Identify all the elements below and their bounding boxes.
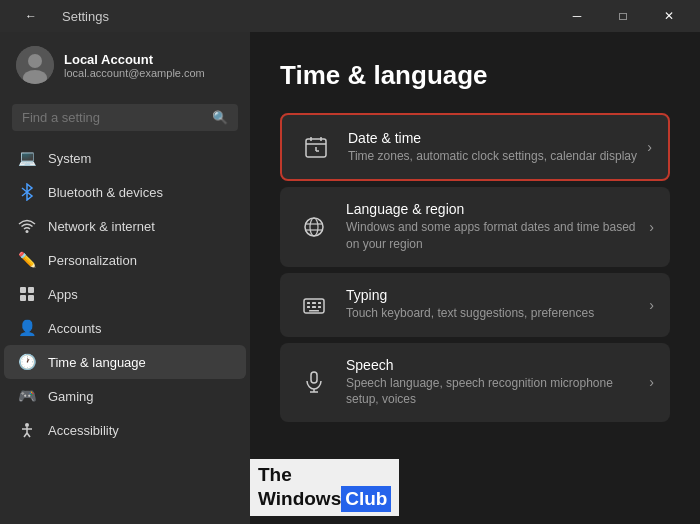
sidebar-item-label: Accounts bbox=[48, 321, 101, 336]
sidebar-item-label: System bbox=[48, 151, 91, 166]
sidebar-item-label: Apps bbox=[48, 287, 78, 302]
watermark-club: Club bbox=[341, 486, 391, 512]
svg-rect-27 bbox=[312, 302, 316, 304]
sidebar-item-accessibility[interactable]: Accessibility bbox=[4, 413, 246, 447]
gaming-icon: 🎮 bbox=[18, 387, 36, 405]
nav-list: 💻 System Bluetooth & devices bbox=[0, 141, 250, 524]
svg-rect-31 bbox=[318, 306, 321, 308]
avatar bbox=[16, 46, 54, 84]
sidebar-item-label: Gaming bbox=[48, 389, 94, 404]
typing-title: Typing bbox=[346, 287, 639, 303]
language-region-icon bbox=[296, 209, 332, 245]
svg-point-21 bbox=[305, 218, 323, 236]
sidebar-item-system[interactable]: 💻 System bbox=[4, 141, 246, 175]
svg-rect-9 bbox=[28, 295, 34, 301]
date-time-card[interactable]: Date & time Time zones, automatic clock … bbox=[280, 113, 670, 181]
typing-card[interactable]: Typing Touch keyboard, text suggestions,… bbox=[280, 273, 670, 337]
speech-card[interactable]: Speech Speech language, speech recogniti… bbox=[280, 343, 670, 423]
sidebar-item-accounts[interactable]: 👤 Accounts bbox=[4, 311, 246, 345]
watermark: The WindowsClub bbox=[250, 459, 399, 517]
accessibility-icon bbox=[18, 421, 36, 439]
typing-icon bbox=[296, 287, 332, 323]
date-time-desc: Time zones, automatic clock settings, ca… bbox=[348, 148, 637, 165]
date-time-text: Date & time Time zones, automatic clock … bbox=[348, 130, 637, 165]
title-bar: ← Settings ─ □ ✕ bbox=[0, 0, 700, 32]
user-email: local.account@example.com bbox=[64, 67, 205, 79]
speech-icon bbox=[296, 364, 332, 400]
speech-desc: Speech language, speech recognition micr… bbox=[346, 375, 639, 409]
svg-rect-29 bbox=[307, 306, 310, 308]
date-time-chevron: › bbox=[647, 139, 652, 155]
svg-line-14 bbox=[27, 433, 30, 437]
time-language-icon: 🕐 bbox=[18, 353, 36, 371]
svg-rect-28 bbox=[318, 302, 321, 304]
search-box[interactable]: 🔍 bbox=[12, 104, 238, 131]
svg-point-22 bbox=[310, 218, 318, 236]
svg-rect-26 bbox=[307, 302, 310, 304]
typing-text: Typing Touch keyboard, text suggestions,… bbox=[346, 287, 639, 322]
svg-rect-30 bbox=[312, 306, 316, 308]
watermark-text: Windows bbox=[258, 487, 341, 511]
watermark-line1: The bbox=[258, 463, 391, 487]
language-region-title: Language & region bbox=[346, 201, 639, 217]
typing-chevron: › bbox=[649, 297, 654, 313]
user-profile[interactable]: Local Account local.account@example.com bbox=[0, 32, 250, 98]
sidebar-item-label: Bluetooth & devices bbox=[48, 185, 163, 200]
system-icon: 💻 bbox=[18, 149, 36, 167]
svg-rect-7 bbox=[28, 287, 34, 293]
back-button[interactable]: ← bbox=[8, 0, 54, 32]
bluetooth-icon bbox=[18, 183, 36, 201]
sidebar-item-label: Network & internet bbox=[48, 219, 155, 234]
language-region-text: Language & region Windows and some apps … bbox=[346, 201, 639, 253]
svg-rect-6 bbox=[20, 287, 26, 293]
app-body: Local Account local.account@example.com … bbox=[0, 32, 700, 524]
close-button[interactable]: ✕ bbox=[646, 0, 692, 32]
title-bar-left: ← Settings bbox=[8, 0, 109, 32]
date-time-icon bbox=[298, 129, 334, 165]
network-icon bbox=[18, 217, 36, 235]
sidebar-item-label: Time & language bbox=[48, 355, 146, 370]
sidebar-item-label: Personalization bbox=[48, 253, 137, 268]
user-name: Local Account bbox=[64, 52, 205, 67]
sidebar-item-apps[interactable]: Apps bbox=[4, 277, 246, 311]
personalization-icon: ✏️ bbox=[18, 251, 36, 269]
language-region-chevron: › bbox=[649, 219, 654, 235]
page-title: Time & language bbox=[280, 60, 670, 91]
speech-text: Speech Speech language, speech recogniti… bbox=[346, 357, 639, 409]
date-time-title: Date & time bbox=[348, 130, 637, 146]
language-region-card[interactable]: Language & region Windows and some apps … bbox=[280, 187, 670, 267]
title-bar-controls: ─ □ ✕ bbox=[554, 0, 692, 32]
svg-point-1 bbox=[28, 54, 42, 68]
language-region-desc: Windows and some apps format dates and t… bbox=[346, 219, 639, 253]
apps-icon bbox=[18, 285, 36, 303]
sidebar-item-bluetooth[interactable]: Bluetooth & devices bbox=[4, 175, 246, 209]
window-title: Settings bbox=[62, 9, 109, 24]
maximize-button[interactable]: □ bbox=[600, 0, 646, 32]
search-icon: 🔍 bbox=[212, 110, 228, 125]
sidebar-item-gaming[interactable]: 🎮 Gaming bbox=[4, 379, 246, 413]
svg-rect-33 bbox=[311, 372, 317, 383]
speech-title: Speech bbox=[346, 357, 639, 373]
accounts-icon: 👤 bbox=[18, 319, 36, 337]
typing-desc: Touch keyboard, text suggestions, prefer… bbox=[346, 305, 639, 322]
sidebar-item-network[interactable]: Network & internet bbox=[4, 209, 246, 243]
main-panel: Time & language Date & time Time zones, … bbox=[250, 32, 700, 524]
sidebar-item-time-language[interactable]: 🕐 Time & language ← bbox=[4, 345, 246, 379]
svg-rect-8 bbox=[20, 295, 26, 301]
speech-chevron: › bbox=[649, 374, 654, 390]
sidebar: Local Account local.account@example.com … bbox=[0, 32, 250, 524]
watermark-line2: WindowsClub bbox=[258, 486, 391, 512]
minimize-button[interactable]: ─ bbox=[554, 0, 600, 32]
svg-point-10 bbox=[25, 423, 29, 427]
search-input[interactable] bbox=[22, 110, 204, 125]
sidebar-item-label: Accessibility bbox=[48, 423, 119, 438]
svg-point-5 bbox=[26, 230, 29, 233]
user-info: Local Account local.account@example.com bbox=[64, 52, 205, 79]
svg-rect-32 bbox=[309, 310, 319, 312]
sidebar-item-personalization[interactable]: ✏️ Personalization bbox=[4, 243, 246, 277]
